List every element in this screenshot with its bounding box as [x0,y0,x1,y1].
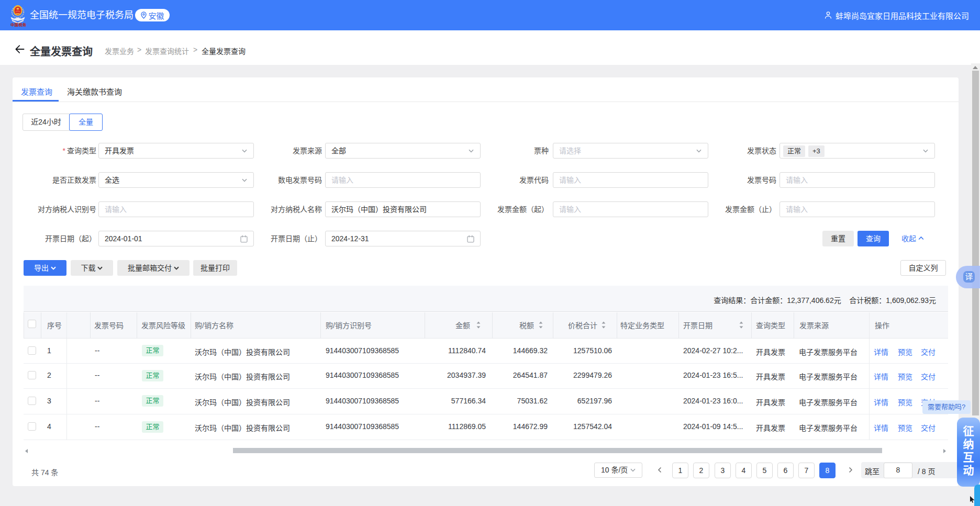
svg-text:中国税务: 中国税务 [10,23,27,27]
